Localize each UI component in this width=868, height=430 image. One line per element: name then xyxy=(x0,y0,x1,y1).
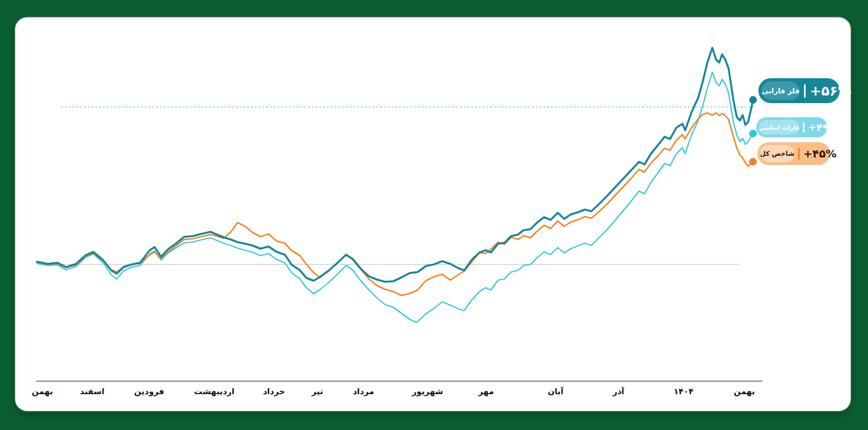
badge-divider-bar xyxy=(804,84,806,98)
x-axis-tick-label-1: اسفند xyxy=(80,387,104,396)
badge-divider-bar xyxy=(803,122,805,132)
series-badge-felez-farabi[interactable]: فلز فارابی +۵۶% xyxy=(758,78,840,103)
x-axis-tick-label-5: تیر xyxy=(311,387,323,396)
page-background: بهمناسفندفرودیناردیبهشتخردادتیرمردادشهری… xyxy=(0,0,868,430)
series-change-percent-total-index: +۴۵% xyxy=(803,147,843,160)
badge-divider-bar xyxy=(798,148,800,160)
x-axis-tick-label-3: اردیبهشت xyxy=(194,387,234,396)
series-change-percent-felez-farabi: +۵۶% xyxy=(810,83,859,99)
x-axis-tick-label-8: مهر xyxy=(478,387,494,396)
x-axis-tick-label-0: بهمن xyxy=(31,387,53,396)
series-badge-total-index[interactable]: شاخص کل +۴۵% xyxy=(757,142,830,165)
x-axis-tick-label-6: مرداد xyxy=(353,387,374,396)
x-axis-tick-label-10: آذر xyxy=(612,387,624,396)
x-axis-tick-label-9: آبان xyxy=(547,387,563,396)
x-axis-tick-label-7: شهریور xyxy=(412,387,443,396)
series-line-total-index xyxy=(37,113,753,295)
series-end-dot-felez-farabi xyxy=(749,96,757,104)
series-line-basic-metals xyxy=(37,72,753,322)
x-axis-tick-label-2: فرودین xyxy=(134,387,164,396)
series-label-basic-metals: فلزات اساسی xyxy=(759,120,799,135)
series-label-felez-farabi: فلز فارابی xyxy=(762,81,800,100)
series-badge-basic-metals[interactable]: فلزات اساسی +۴۹% xyxy=(756,117,827,137)
x-axis-tick-label-12: بهمن xyxy=(733,387,755,396)
series-end-dot-basic-metals xyxy=(749,130,757,137)
series-line-felez-farabi xyxy=(37,48,753,282)
series-change-percent-basic-metals: +۴۹% xyxy=(808,122,844,133)
x-axis-tick-label-4: خرداد xyxy=(263,387,285,396)
performance-line-chart xyxy=(0,0,868,430)
series-end-dot-total-index xyxy=(749,158,757,166)
series-label-total-index: شاخص کل xyxy=(760,145,794,162)
x-axis-tick-label-11: ۱۴۰۴ xyxy=(674,387,694,396)
